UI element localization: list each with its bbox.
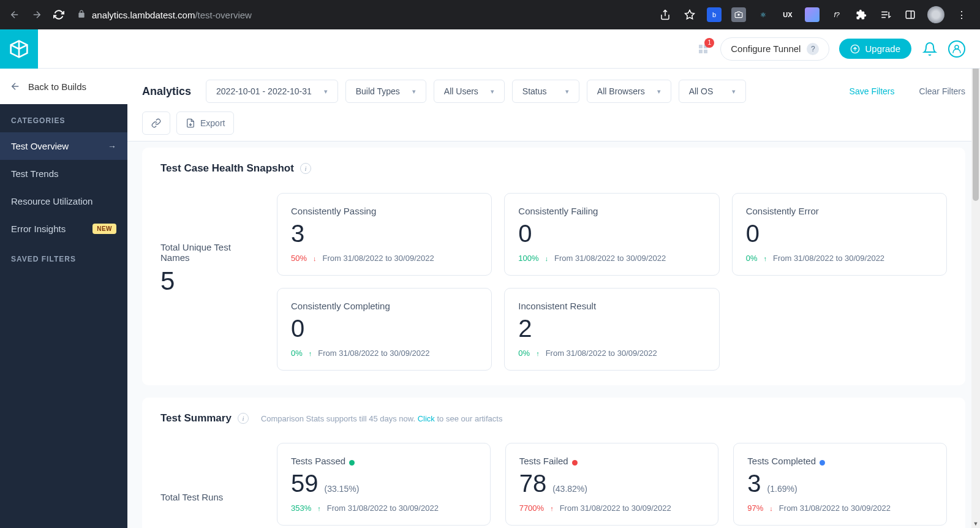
info-icon[interactable]: i — [300, 163, 311, 174]
metric-sub-pct: (33.15%) — [325, 484, 360, 494]
help-icon: ? — [807, 43, 819, 55]
export-button[interactable]: Export — [176, 111, 234, 135]
metric-value: 78 — [519, 470, 547, 497]
scrollbar-thumb[interactable] — [973, 66, 979, 201]
panel-icon[interactable] — [903, 7, 918, 22]
metric-label: Consistently Completing — [291, 301, 478, 311]
kebab-menu-icon[interactable]: ⋮ — [954, 7, 969, 22]
camera-icon[interactable] — [731, 7, 746, 22]
metric-value-row: 3 (1.69%) — [747, 470, 933, 503]
metric-value-row: 59 (33.15%) — [291, 470, 477, 503]
arrow-left-icon — [10, 81, 21, 92]
sidebar-item-test-overview[interactable]: Test Overview → — [0, 132, 127, 160]
metric-value: 0 — [291, 315, 478, 342]
metric-meta: 50% ↓ From 31/08/2022 to 30/09/2022 — [291, 254, 478, 263]
date-range-filter[interactable]: 2022-10-01 - 2022-10-31▾ — [206, 80, 338, 103]
sidebar-item-label: Error Insights — [11, 224, 66, 234]
trend-arrow-icon: ↓ — [313, 255, 317, 262]
unique-tests-label: Total Unique Test Names — [160, 242, 258, 263]
metric-date-range: From 31/08/2022 to 30/09/2022 — [546, 349, 657, 358]
trend-arrow-icon: ↑ — [763, 255, 767, 262]
metric-value: 0 — [746, 220, 933, 247]
extensions-icon[interactable] — [854, 7, 869, 22]
metric-label: Tests Passed — [291, 456, 345, 466]
summary-panel: Test Summary i Comparison Stats supports… — [142, 398, 965, 528]
info-icon[interactable]: i — [238, 413, 249, 424]
bookmark-icon[interactable] — [682, 7, 697, 22]
metric-date-range: From 31/08/2022 to 30/09/2022 — [327, 503, 439, 513]
build-types-filter[interactable]: Build Types▾ — [345, 80, 426, 103]
sidebar-item-label: Test Overview — [11, 141, 69, 151]
trend-arrow-icon: ↓ — [545, 255, 549, 262]
health-metric-card: Consistently Passing 3 50% ↓ From 31/08/… — [277, 193, 492, 276]
new-badge: NEW — [92, 224, 116, 234]
summary-note-link[interactable]: Click — [418, 414, 435, 423]
configure-tunnel-button[interactable]: Configure Tunnel ? — [720, 37, 829, 61]
profile-avatar[interactable] — [927, 6, 944, 23]
configure-tunnel-label: Configure Tunnel — [731, 43, 801, 54]
health-panel-title: Test Case Health Snapshot — [160, 162, 294, 175]
metric-date-range: From 31/08/2022 to 30/09/2022 — [560, 503, 671, 513]
metric-sub-pct: (43.82%) — [552, 484, 587, 494]
metric-value: 0 — [518, 220, 705, 247]
metric-meta: 7700% ↑ From 31/08/2022 to 30/09/2022 — [519, 503, 705, 513]
status-dot — [349, 460, 355, 466]
upgrade-label: Upgrade — [865, 43, 900, 54]
scrollbar-track[interactable]: ▲ ▼ — [971, 29, 980, 528]
metric-meta: 100% ↓ From 31/08/2022 to 30/09/2022 — [518, 254, 705, 263]
extension-icon-3[interactable]: f? — [829, 7, 844, 22]
metric-date-range: From 31/08/2022 to 30/09/2022 — [318, 349, 429, 358]
sidebar: Back to Builds CATEGORIES Test Overview … — [0, 29, 127, 528]
share-icon[interactable] — [658, 7, 673, 22]
metric-label: Consistently Error — [746, 206, 933, 216]
scroll-down-icon[interactable]: ▼ — [971, 519, 980, 528]
browser-forward-button[interactable] — [28, 6, 45, 23]
filters-bar: Analytics 2022-10-01 - 2022-10-31▾ Build… — [127, 69, 980, 141]
metric-date-range: From 31/08/2022 to 30/09/2022 — [554, 254, 666, 263]
summary-metric-card: Tests Completed 3 (1.69%) 97% ↓ From 31/… — [733, 443, 947, 526]
copy-link-button[interactable] — [142, 111, 170, 135]
apps-grid-button[interactable]: 1 — [696, 42, 710, 56]
link-icon — [151, 118, 161, 128]
sidebar-item-label: Resource Utilization — [11, 196, 92, 206]
extension-icon[interactable]: b — [707, 7, 722, 22]
url-domain: analytics.lambdatest.com — [92, 10, 195, 20]
extension-icon-2[interactable] — [805, 7, 820, 22]
users-filter[interactable]: All Users▾ — [434, 80, 505, 103]
summary-panel-title: Test Summary — [160, 412, 232, 424]
ux-icon[interactable]: UX — [780, 7, 795, 22]
metric-pct: 0% — [518, 349, 530, 358]
notifications-icon[interactable] — [921, 40, 938, 58]
back-to-builds-button[interactable]: Back to Builds — [0, 69, 127, 104]
svg-rect-1 — [906, 11, 914, 18]
sidebar-item-error-insights[interactable]: Error Insights NEW — [0, 215, 127, 243]
chevron-down-icon: ▾ — [657, 88, 661, 96]
playlist-icon[interactable] — [878, 7, 893, 22]
clear-filters-button[interactable]: Clear Filters — [919, 86, 965, 96]
user-avatar-icon[interactable] — [948, 40, 965, 58]
app-logo[interactable] — [0, 29, 38, 69]
save-filters-button[interactable]: Save Filters — [850, 86, 895, 96]
react-icon[interactable]: ⚛ — [756, 7, 771, 22]
metric-value: 3 — [747, 470, 761, 497]
metric-date-range: From 31/08/2022 to 30/09/2022 — [773, 254, 884, 263]
metric-value: 2 — [518, 315, 705, 342]
metric-meta: 0% ↑ From 31/08/2022 to 30/09/2022 — [746, 254, 933, 263]
sidebar-item-resource-utilization[interactable]: Resource Utilization — [0, 187, 127, 215]
chevron-down-icon: ▾ — [732, 88, 736, 96]
metric-date-range: From 31/08/2022 to 30/09/2022 — [779, 503, 891, 513]
os-filter[interactable]: All OS▾ — [679, 80, 746, 103]
health-panel: Test Case Health Snapshot i Total Unique… — [142, 148, 965, 385]
browser-reload-button[interactable] — [50, 6, 67, 23]
status-filter[interactable]: Status▾ — [512, 80, 579, 103]
metric-pct: 353% — [291, 503, 311, 513]
browser-back-button[interactable] — [6, 6, 23, 23]
back-label: Back to Builds — [28, 81, 86, 92]
upgrade-button[interactable]: Upgrade — [839, 39, 911, 59]
metric-pct: 97% — [747, 503, 763, 513]
metric-label: Consistently Passing — [291, 206, 478, 216]
sidebar-item-test-trends[interactable]: Test Trends — [0, 160, 127, 187]
browsers-filter[interactable]: All Browsers▾ — [587, 80, 671, 103]
browser-url-bar[interactable]: analytics.lambdatest.com/test-overview — [77, 10, 653, 20]
metric-label-row: Tests Failed — [519, 456, 705, 470]
